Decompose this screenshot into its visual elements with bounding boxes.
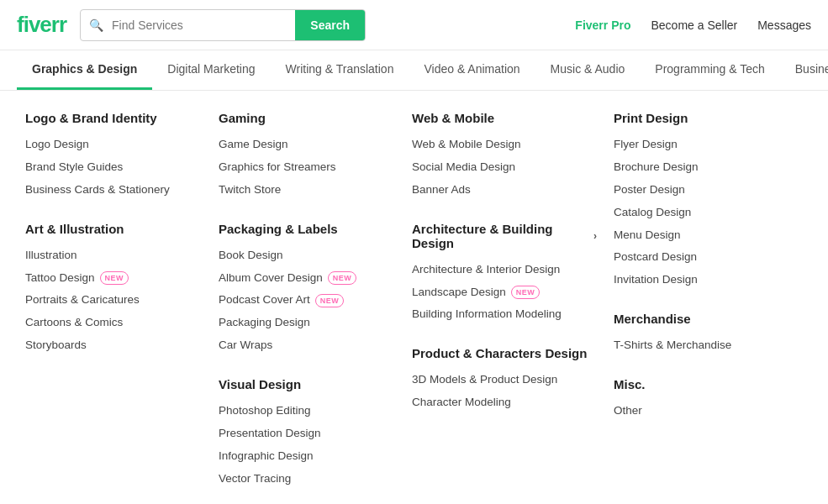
item-twitch-store[interactable]: Twitch Store xyxy=(219,179,395,202)
search-button[interactable]: Search xyxy=(295,10,365,40)
section-product-characters: Product & Characters Design 3D Models & … xyxy=(412,346,597,414)
item-graphics-streamers[interactable]: Graphics for Streamers xyxy=(219,156,395,179)
item-bim[interactable]: Building Information Modeling xyxy=(412,303,597,326)
menu-column-2: Gaming Game Design Graphics for Streamer… xyxy=(210,111,403,504)
section-title-merchandise: Merchandise xyxy=(614,312,799,326)
tab-writing[interactable]: Writing & Translation xyxy=(271,50,409,90)
section-visual-design: Visual Design Photoshop Editing Presenta… xyxy=(219,377,395,491)
fiverr-pro-link[interactable]: Fiverr Pro xyxy=(575,18,630,32)
item-portraits[interactable]: Portraits & Caricatures xyxy=(25,289,202,312)
item-banner-ads[interactable]: Banner Ads xyxy=(412,179,597,202)
become-seller-link[interactable]: Become a Seller xyxy=(651,18,737,32)
search-icon: 🔍 xyxy=(81,18,112,32)
item-illustration[interactable]: Illustration xyxy=(25,244,202,267)
badge-new-landscape: NEW xyxy=(511,286,541,300)
tab-music[interactable]: Music & Audio xyxy=(535,50,641,90)
item-tattoo-design[interactable]: Tattoo Design NEW xyxy=(25,267,202,290)
menu-column-3: Web & Mobile Web & Mobile Design Social … xyxy=(403,111,605,504)
section-title-packaging: Packaging & Labels xyxy=(219,222,395,236)
item-podcast-cover[interactable]: Podcast Cover Art NEW xyxy=(219,289,395,312)
tab-programming[interactable]: Programming & Tech xyxy=(640,50,779,90)
item-game-design[interactable]: Game Design xyxy=(219,134,395,156)
item-photoshop[interactable]: Photoshop Editing xyxy=(219,400,395,423)
item-book-design[interactable]: Book Design xyxy=(219,244,395,267)
section-title-web: Web & Mobile xyxy=(412,111,597,125)
item-menu-design[interactable]: Menu Design xyxy=(614,224,799,247)
dropdown-menu: Logo & Brand Identity Logo Design Brand … xyxy=(0,91,828,504)
search-bar: 🔍 Search xyxy=(80,9,366,41)
section-title-gaming: Gaming xyxy=(219,111,395,125)
section-misc: Misc. Other xyxy=(614,377,799,423)
item-brand-style-guides[interactable]: Brand Style Guides xyxy=(25,156,202,179)
item-cartoons[interactable]: Cartoons & Comics xyxy=(25,312,202,334)
item-3d-models[interactable]: 3D Models & Product Design xyxy=(412,369,597,391)
search-input[interactable] xyxy=(112,12,295,39)
menu-column-1: Logo & Brand Identity Logo Design Brand … xyxy=(17,111,210,504)
item-tshirts[interactable]: T-Shirts & Merchandise xyxy=(614,334,799,357)
badge-new-podcast: NEW xyxy=(315,294,345,308)
item-flyer-design[interactable]: Flyer Design xyxy=(614,134,799,156)
item-vector-tracing[interactable]: Vector Tracing xyxy=(219,468,395,491)
item-catalog-design[interactable]: Catalog Design xyxy=(614,202,799,224)
section-print-design: Print Design Flyer Design Brochure Desig… xyxy=(614,111,799,291)
item-packaging-design[interactable]: Packaging Design xyxy=(219,312,395,334)
item-logo-design[interactable]: Logo Design xyxy=(25,134,202,156)
section-title-misc: Misc. xyxy=(614,377,799,391)
section-title-print: Print Design xyxy=(614,111,799,125)
tab-marketing[interactable]: Digital Marketing xyxy=(152,50,270,90)
section-gaming: Gaming Game Design Graphics for Streamer… xyxy=(219,111,395,202)
item-poster-design[interactable]: Poster Design xyxy=(614,179,799,202)
item-invitation-design[interactable]: Invitation Design xyxy=(614,269,799,291)
item-postcard-design[interactable]: Postcard Design xyxy=(614,246,799,269)
item-infographic[interactable]: Infographic Design xyxy=(219,445,395,468)
item-business-cards[interactable]: Business Cards & Stationery xyxy=(25,179,202,202)
tab-video[interactable]: Video & Animation xyxy=(409,50,535,90)
nav-tabs: Graphics & Design Digital Marketing Writ… xyxy=(0,50,828,91)
section-logo-brand: Logo & Brand Identity Logo Design Brand … xyxy=(25,111,202,202)
section-title-architecture[interactable]: Architecture & Building Design › xyxy=(412,222,597,250)
item-other[interactable]: Other xyxy=(614,400,799,423)
section-title-visual: Visual Design xyxy=(219,377,395,391)
messages-link[interactable]: Messages xyxy=(757,18,811,32)
item-brochure-design[interactable]: Brochure Design xyxy=(614,156,799,179)
tab-business[interactable]: Business xyxy=(780,50,828,90)
header-right: Fiverr Pro Become a Seller Messages xyxy=(575,18,811,32)
section-title-logo-brand: Logo & Brand Identity xyxy=(25,111,202,125)
item-web-mobile-design[interactable]: Web & Mobile Design xyxy=(412,134,597,156)
section-packaging: Packaging & Labels Book Design Album Cov… xyxy=(219,222,395,357)
item-presentation[interactable]: Presentation Design xyxy=(219,423,395,445)
item-character-modeling[interactable]: Character Modeling xyxy=(412,391,597,414)
badge-new-album: NEW xyxy=(328,271,357,286)
item-social-media[interactable]: Social Media Design xyxy=(412,156,597,179)
header: fiverr 🔍 Search Fiverr Pro Become a Sell… xyxy=(0,0,828,50)
item-car-wraps[interactable]: Car Wraps xyxy=(219,334,395,357)
section-title-product: Product & Characters Design xyxy=(412,346,597,360)
chevron-right-icon: › xyxy=(593,230,597,242)
section-merchandise: Merchandise T-Shirts & Merchandise xyxy=(614,312,799,357)
menu-column-4: Print Design Flyer Design Brochure Desig… xyxy=(605,111,807,504)
section-web-mobile: Web & Mobile Web & Mobile Design Social … xyxy=(412,111,597,202)
item-landscape-design[interactable]: Landscape Design NEW xyxy=(412,281,597,304)
section-title-art: Art & Illustration xyxy=(25,222,202,236)
badge-new-tattoo: NEW xyxy=(100,271,129,286)
item-album-cover[interactable]: Album Cover Design NEW xyxy=(219,267,395,290)
tab-graphics[interactable]: Graphics & Design xyxy=(17,50,152,90)
logo[interactable]: fiverr xyxy=(17,12,66,38)
item-architecture-interior[interactable]: Architecture & Interior Design xyxy=(412,259,597,281)
item-storyboards[interactable]: Storyboards xyxy=(25,334,202,357)
section-architecture: Architecture & Building Design › Archite… xyxy=(412,222,597,327)
section-art-illustration: Art & Illustration Illustration Tattoo D… xyxy=(25,222,202,357)
